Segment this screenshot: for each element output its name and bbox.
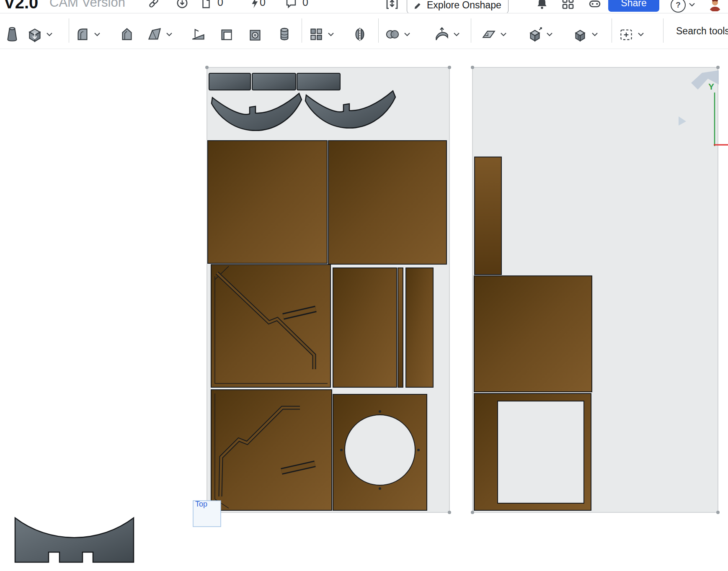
sketch-icon xyxy=(3,26,21,43)
top-view-indicator[interactable]: Top xyxy=(193,500,221,527)
chevron-down-icon[interactable] xyxy=(404,32,410,36)
toolbar-divider xyxy=(69,18,69,43)
addons-icon[interactable] xyxy=(588,0,602,10)
tool-search-input[interactable] xyxy=(675,25,728,37)
feature-toolbar xyxy=(0,13,728,49)
mirror-icon xyxy=(351,26,369,43)
help-chevron-down-icon[interactable] xyxy=(689,3,695,7)
sweep-icon xyxy=(118,26,136,43)
sheet-corner-handle[interactable] xyxy=(471,66,474,69)
boolean-icon xyxy=(384,26,401,43)
share-button-label: Share xyxy=(621,0,646,9)
tool-sketch[interactable] xyxy=(3,23,21,46)
part-back-panel[interactable] xyxy=(474,276,592,392)
comments-icon[interactable] xyxy=(285,0,297,9)
explore-onshape-label: Explore Onshape xyxy=(427,0,501,11)
tool-linear-pattern[interactable] xyxy=(307,23,334,46)
document-subtitle: CAM Version xyxy=(49,0,125,10)
tool-sweep[interactable] xyxy=(118,23,136,46)
toolbar-divider xyxy=(663,18,663,43)
part-window-panel[interactable] xyxy=(474,394,591,510)
sheet-corner-handle[interactable] xyxy=(205,66,209,69)
select-box-icon xyxy=(617,26,635,43)
tool-shell[interactable] xyxy=(218,23,235,46)
chevron-down-icon[interactable] xyxy=(166,32,173,36)
avatar-figure xyxy=(708,0,722,12)
sheet-corner-handle[interactable] xyxy=(448,66,451,69)
tool-boss[interactable] xyxy=(276,23,293,46)
part-arch-bracket[interactable] xyxy=(15,518,134,562)
part-side-panel-lower[interactable] xyxy=(211,390,332,510)
share-button[interactable]: Share xyxy=(608,0,659,12)
part-panel-top-left[interactable] xyxy=(208,141,327,263)
help-button[interactable]: ? xyxy=(671,0,686,13)
part-mid-rectangle[interactable] xyxy=(333,268,397,387)
sheet-corner-handle[interactable] xyxy=(471,511,474,514)
tool-extrude[interactable] xyxy=(26,23,53,46)
explore-onshape-button[interactable]: Explore Onshape xyxy=(407,0,509,13)
toolbar-divider xyxy=(302,18,302,43)
chevron-down-icon[interactable] xyxy=(453,32,460,36)
comments-count: 0 xyxy=(302,0,308,8)
chevron-down-icon[interactable] xyxy=(591,32,598,36)
chevron-down-icon[interactable] xyxy=(546,32,553,36)
pattern-icon xyxy=(307,26,325,43)
tool-hole[interactable] xyxy=(246,23,264,46)
tool-revolve[interactable] xyxy=(74,23,101,46)
chevron-down-icon[interactable] xyxy=(638,32,644,36)
surface-icon xyxy=(433,26,451,43)
hole-icon xyxy=(246,26,264,43)
transform-icon xyxy=(526,26,544,43)
tool-boolean[interactable] xyxy=(384,23,410,46)
changes-count: 0 xyxy=(260,0,266,8)
tool-draft[interactable] xyxy=(189,23,207,46)
part-slat-2[interactable] xyxy=(252,73,296,90)
part-narrow-strip[interactable] xyxy=(406,268,433,387)
tool-select[interactable] xyxy=(617,23,644,46)
versions-count: 0 xyxy=(217,0,223,8)
cylinder-icon xyxy=(276,26,293,43)
part-slat-1[interactable] xyxy=(209,73,250,90)
shell-icon xyxy=(218,26,235,43)
part-slat-3[interactable] xyxy=(297,73,340,90)
link-icon[interactable] xyxy=(147,0,160,9)
publish-icon[interactable] xyxy=(176,0,188,9)
chevron-down-icon[interactable] xyxy=(500,32,507,36)
split-icon xyxy=(571,26,589,43)
toolbar-divider xyxy=(612,18,612,43)
tool-loft[interactable] xyxy=(146,23,173,46)
part-tall-strip[interactable] xyxy=(475,157,501,275)
part-speaker-panel[interactable] xyxy=(333,394,427,510)
versions-icon[interactable] xyxy=(200,0,212,9)
tool-search[interactable] xyxy=(669,13,728,49)
pilot-hole xyxy=(340,449,343,451)
tool-thicken[interactable] xyxy=(433,23,460,46)
sheet-corner-handle[interactable] xyxy=(448,511,451,514)
help-glyph: ? xyxy=(676,0,681,10)
top-view-label[interactable]: Top xyxy=(195,500,207,508)
shortcuts-icon[interactable] xyxy=(385,0,399,10)
chevron-down-icon[interactable] xyxy=(328,32,334,36)
notifications-bell-icon[interactable] xyxy=(535,0,549,10)
draft-icon xyxy=(189,26,207,43)
part-thin-strip[interactable] xyxy=(398,268,403,387)
part-panel-top-right[interactable] xyxy=(328,141,447,264)
pencil-icon xyxy=(414,0,423,10)
tool-transform[interactable] xyxy=(526,23,553,46)
chevron-down-icon[interactable] xyxy=(94,32,101,36)
sheet-corner-handle[interactable] xyxy=(716,66,720,69)
part-side-panel-upper[interactable] xyxy=(211,265,330,387)
extrude-icon xyxy=(26,26,44,43)
tool-mirror[interactable] xyxy=(351,23,369,46)
pilot-hole xyxy=(379,487,381,490)
model-canvas[interactable]: Top Y xyxy=(0,0,728,571)
toolbar-divider xyxy=(378,18,379,43)
tool-split[interactable] xyxy=(571,23,598,46)
chevron-down-icon[interactable] xyxy=(46,32,53,36)
axis-y-label: Y xyxy=(708,82,714,91)
circular-cutout xyxy=(345,415,415,485)
sheet-corner-handle[interactable] xyxy=(716,511,720,514)
user-avatar[interactable] xyxy=(708,0,722,12)
tool-plane[interactable] xyxy=(480,23,507,46)
apps-grid-icon[interactable] xyxy=(561,0,575,10)
